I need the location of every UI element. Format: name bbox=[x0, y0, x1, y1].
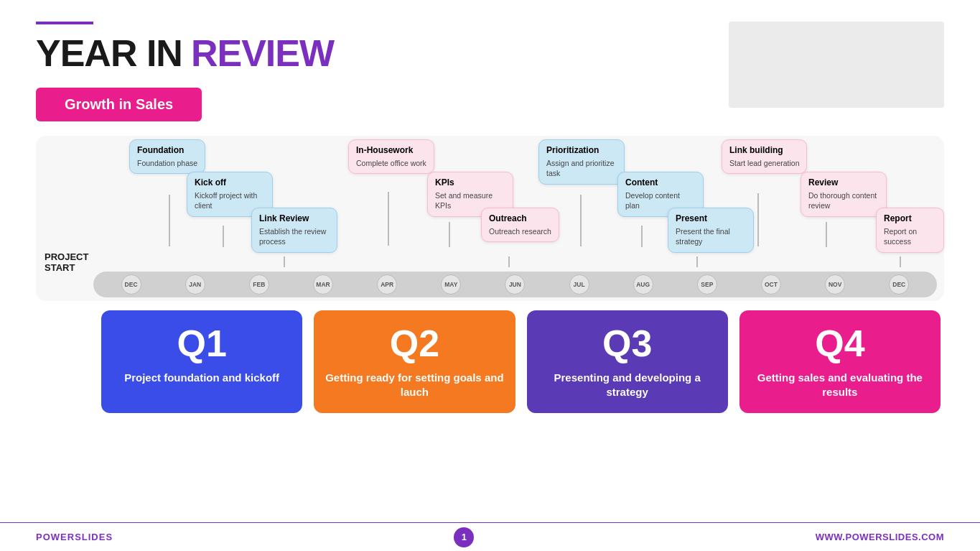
timeline-track: DEC JAN FEB MAR APR MAY JUN JUL AUG SEP … bbox=[93, 272, 937, 297]
connector-prioritization bbox=[580, 195, 582, 246]
quarter-q3: Q3 Presenting and developing a strategy bbox=[527, 310, 728, 413]
month-mar: MAR bbox=[313, 274, 333, 295]
month-apr: APR bbox=[377, 274, 397, 295]
q4-label: Q4 bbox=[750, 325, 930, 362]
card-prioritization: Prioritization Assign and prioritize tas… bbox=[538, 139, 625, 185]
footer-brand-black: POWER bbox=[36, 532, 75, 542]
footer-url: WWW.POWERSLIDES.COM bbox=[816, 532, 944, 542]
quarters-row: Q1 Project foundation and kickoff Q2 Get… bbox=[36, 307, 944, 417]
title-year: YEAR IN bbox=[36, 32, 182, 75]
month-dec-end: DEC bbox=[889, 274, 909, 295]
footer-brand: POWERSLIDES bbox=[36, 532, 113, 542]
month-oct: OCT bbox=[761, 274, 781, 295]
card-link-building: Link building Start lead generation bbox=[722, 139, 807, 174]
connector-outreach bbox=[508, 256, 510, 267]
quarter-q4: Q4 Getting sales and evaluating the resu… bbox=[739, 310, 941, 413]
main-container: YEAR IN REVIEW Growth in Sales bbox=[0, 0, 980, 136]
month-may: MAY bbox=[441, 274, 461, 295]
connector-present bbox=[696, 256, 698, 267]
q3-label: Q3 bbox=[538, 325, 717, 362]
connector-report bbox=[900, 256, 901, 267]
card-review: Review Do thorough content review bbox=[801, 172, 887, 217]
card-foundation: Foundation Foundation phase bbox=[129, 139, 205, 174]
connector-content bbox=[641, 226, 643, 247]
connector-link-building bbox=[757, 193, 759, 246]
card-present: Present Present the final strategy bbox=[668, 208, 754, 253]
quarter-q2: Q2 Getting ready for setting goals and l… bbox=[314, 310, 515, 413]
photo-placeholder bbox=[729, 22, 944, 108]
timeline-section: PROJECT START Foundation Foundation phas… bbox=[36, 136, 944, 301]
project-start-label: PROJECT START bbox=[45, 251, 88, 274]
q2-label: Q2 bbox=[325, 325, 504, 362]
q2-desc: Getting ready for setting goals and lauc… bbox=[325, 371, 503, 398]
connector-review bbox=[826, 222, 827, 247]
card-report: Report Report on success bbox=[876, 208, 944, 253]
accent-line bbox=[36, 22, 93, 24]
connector-foundation bbox=[169, 195, 170, 246]
q1-label: Q1 bbox=[112, 325, 291, 362]
connector-link-review bbox=[284, 256, 285, 267]
title-review: REVIEW bbox=[191, 32, 334, 75]
month-jan: JAN bbox=[185, 274, 205, 295]
q4-desc: Getting sales and evaluating the results bbox=[757, 371, 923, 398]
growth-badge: Growth in Sales bbox=[36, 88, 202, 121]
connector-kickoff bbox=[223, 226, 224, 247]
quarter-q1: Q1 Project foundation and kickoff bbox=[101, 310, 302, 413]
month-jun: JUN bbox=[505, 274, 525, 295]
footer: POWERSLIDES 1 WWW.POWERSLIDES.COM bbox=[0, 522, 980, 551]
connector-kpis bbox=[449, 222, 450, 247]
footer-brand-purple: SLIDES bbox=[75, 532, 113, 542]
month-aug: AUG bbox=[633, 274, 653, 295]
month-sep: SEP bbox=[697, 274, 717, 295]
month-nov: NOV bbox=[825, 274, 845, 295]
month-feb: FEB bbox=[249, 274, 269, 295]
card-outreach: Outreach Outreach research bbox=[481, 208, 559, 242]
connector-in-housework bbox=[388, 192, 389, 246]
quarters-spacer bbox=[36, 307, 93, 417]
q1-desc: Project foundation and kickoff bbox=[124, 371, 279, 384]
q3-desc: Presenting and developing a strategy bbox=[554, 371, 701, 398]
month-dec-start: DEC bbox=[121, 274, 141, 295]
card-in-housework: In-Housework Complete office work bbox=[348, 139, 434, 174]
card-link-review: Link Review Establish the review process bbox=[251, 208, 337, 253]
month-jul: JUL bbox=[569, 274, 589, 295]
footer-page-number: 1 bbox=[454, 527, 474, 547]
